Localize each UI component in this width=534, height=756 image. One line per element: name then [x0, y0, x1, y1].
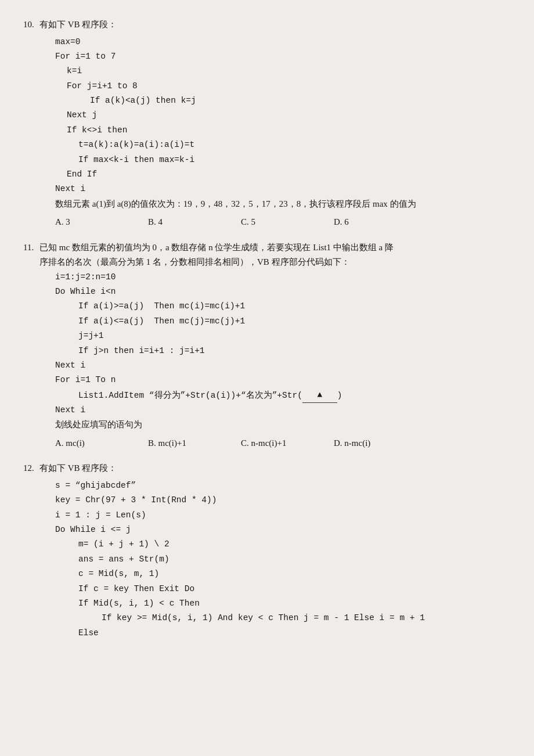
q11-option-b: B. mc(i)+1 [148, 436, 206, 451]
q12-code-line-4: Do While i <= j [55, 523, 511, 537]
q12-code-line-9: If Mid(s, i, 1) < c Then [78, 596, 511, 611]
code-line-7: t=a(k):a(k)=a(i):a(i)=t [78, 138, 511, 152]
q10-header: 10. 有如下 VB 程序段： [23, 17, 511, 33]
q11-code-line-next-i: Next i [55, 358, 511, 373]
code-line-6: If k<>i then [67, 123, 511, 138]
q10-option-c: C. 5 [241, 215, 299, 230]
q10-option-a: A. 3 [55, 215, 113, 230]
q12-code-line-3: i = 1 : j = Len(s) [55, 508, 511, 523]
code-line-1: max=0 [55, 35, 511, 49]
q12-header: 12. 有如下 VB 程序段： [23, 461, 511, 476]
code-line-8: If max<k-i then max=k-i [78, 153, 511, 167]
q10-option-d: D. 6 [334, 215, 392, 230]
q10-intro: 有如下 VB 程序段： [39, 17, 117, 33]
q10-code: max=0 For i=1 to 7 k=i For j=i+1 to 8 If… [55, 35, 511, 197]
code-line-4: For j=i+1 to 8 [67, 79, 511, 93]
q12-code-line-8: If c = key Then Exit Do [78, 582, 511, 596]
q11-fill-label: 划线处应填写的语句为 [55, 417, 511, 433]
q11-option-a: A. mc(i) [55, 436, 113, 451]
q10-description: 数组元素 a(1)到 a(8)的值依次为：19，9，48，32，5，17，23，… [55, 197, 511, 212]
q12-intro: 有如下 VB 程序段： [39, 461, 117, 476]
code-line-5: If a(k)<a(j) then k=j [90, 93, 511, 108]
q10-number: 10. [23, 17, 39, 33]
q11-code-line-next-i2: Next i [55, 403, 511, 417]
q12-code-line-11: Else [78, 626, 511, 640]
question-10: 10. 有如下 VB 程序段： max=0 For i=1 to 7 k=i F… [23, 17, 511, 230]
code-line-9: End If [67, 167, 511, 182]
q11-code: i=1:j=2:n=10 Do While i<n If a(i)>=a(j) … [55, 270, 511, 418]
q11-code-line-7: For i=1 To n [55, 373, 511, 387]
code-line-next-j-1: Next j [67, 108, 511, 123]
q12-number: 12. [23, 461, 39, 476]
q12-code-line-6: ans = ans + Str(m) [78, 552, 511, 567]
q11-code-line-8: List1.AddItem “得分为”+Str(a(i))+“名次为”+Str(… [78, 388, 511, 403]
q11-header: 11. 已知 mc 数组元素的初值均为 0，a 数组存储 n 位学生成绩，若要实… [23, 240, 511, 270]
q11-code-line-1: i=1:j=2:n=10 [55, 270, 511, 285]
q11-code-line-3: If a(i)>=a(j) Then mc(i)=mc(i)+1 [78, 299, 511, 314]
q12-code-line-2: key = Chr(97 + 3 * Int(Rnd * 4)) [55, 493, 511, 507]
q12-code-line-1: s = “ghijabcdef” [55, 478, 511, 493]
code-line-3: k=i [67, 64, 511, 78]
q11-options: A. mc(i) B. mc(i)+1 C. n-mc(i)+1 D. n-mc… [55, 436, 511, 451]
q11-intro: 已知 mc 数组元素的初值均为 0，a 数组存储 n 位学生成绩，若要实现在 L… [39, 240, 511, 270]
q11-code-line-4: If a(i)<=a(j) Then mc(j)=mc(j)+1 [78, 314, 511, 329]
question-11: 11. 已知 mc 数组元素的初值均为 0，a 数组存储 n 位学生成绩，若要实… [23, 240, 511, 451]
q12-code-line-10: If key >= Mid(s, i, 1) And key < c Then … [102, 611, 511, 625]
code-line-next-i-1: Next i [55, 182, 511, 196]
q11-code-line-5: j=j+1 [78, 329, 511, 343]
q12-code-line-7: c = Mid(s, m, 1) [78, 567, 511, 581]
q11-option-c: C. n-mc(i)+1 [241, 436, 299, 451]
question-12: 12. 有如下 VB 程序段： s = “ghijabcdef” key = C… [23, 461, 511, 640]
q11-option-d: D. n-mc(i) [334, 436, 392, 451]
q12-code-line-5: m= (i + j + 1) \ 2 [78, 537, 511, 552]
q12-code: s = “ghijabcdef” key = Chr(97 + 3 * Int(… [55, 478, 511, 640]
q11-code-line-6: If j>n then i=i+1 : j=i+1 [78, 344, 511, 358]
q11-number: 11. [23, 240, 39, 255]
q10-options: A. 3 B. 4 C. 5 D. 6 [55, 215, 511, 230]
code-line-2: For i=1 to 7 [55, 49, 511, 64]
q10-option-b: B. 4 [148, 215, 206, 230]
fill-blank: ▲ [302, 388, 337, 403]
q11-code-line-2: Do While i<n [55, 285, 511, 299]
